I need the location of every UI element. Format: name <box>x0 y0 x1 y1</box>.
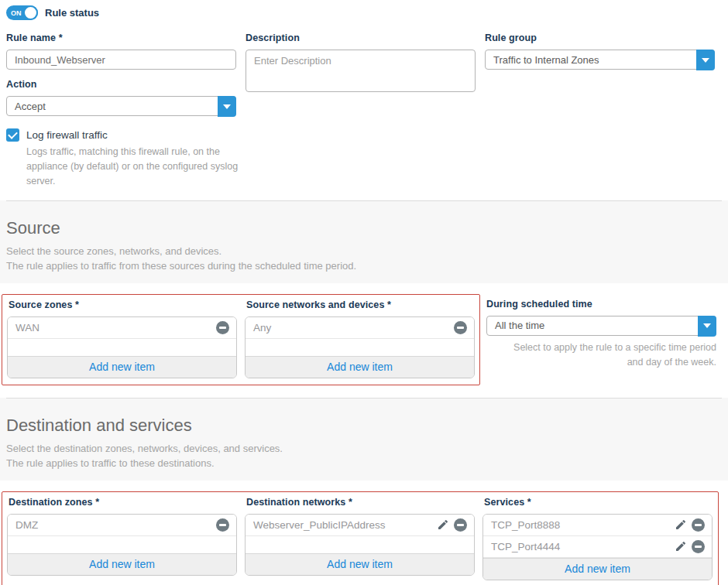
rule-group-group: Rule group Traffic to Internal Zones <box>485 28 715 116</box>
schedule-help-line-1: Select to apply the rule to a specific t… <box>486 340 716 355</box>
rule-group-label: Rule group <box>485 32 715 43</box>
schedule-label: During scheduled time <box>486 299 716 310</box>
list-empty-space <box>246 339 474 356</box>
edit-icon[interactable] <box>437 518 449 531</box>
caret-glyph <box>223 104 231 109</box>
source-section-subtitle-1: Select the source zones, networks, and d… <box>6 245 722 259</box>
section-divider <box>6 398 722 399</box>
description-input[interactable] <box>246 50 476 92</box>
source-section-title: Source <box>6 218 722 238</box>
list-item-label: Any <box>253 322 271 334</box>
list-item: Any <box>246 317 474 339</box>
log-traffic-row: Log firewall traffic <box>6 128 722 142</box>
source-zones-label: Source zones * <box>9 299 237 310</box>
list-item-label: WAN <box>15 322 39 334</box>
edit-icon[interactable] <box>675 518 687 531</box>
log-traffic-help: Logs traffic, matching this firewall rul… <box>26 145 245 188</box>
rule-name-input[interactable] <box>6 50 236 70</box>
list-empty-space <box>8 536 236 553</box>
chevron-down-icon[interactable] <box>218 96 236 117</box>
remove-icon[interactable] <box>216 518 229 532</box>
schedule-help-line-2: and day of the week. <box>486 355 716 370</box>
list-item-label: TCP_Port4444 <box>491 541 560 552</box>
list-item-label: Webserver_PublicIPAddress <box>253 519 386 531</box>
source-networks-list: Any Add new item <box>245 316 475 378</box>
list-empty-space <box>246 536 474 553</box>
destination-zones-list: DMZ Add new item <box>7 514 237 576</box>
rule-status-row: ON Rule status <box>6 5 722 20</box>
toggle-on-label: ON <box>11 9 22 17</box>
add-source-zone-button[interactable]: Add new item <box>8 356 236 378</box>
destination-networks-group: Destination networks * Webserver_PublicI… <box>245 494 475 580</box>
log-traffic-checkbox[interactable] <box>6 128 19 142</box>
source-section-subtitle-2: The rule applies to traffic from these s… <box>6 259 722 274</box>
caret-glyph <box>703 323 711 328</box>
schedule-group: During scheduled time All the time Selec… <box>486 294 716 371</box>
source-required-box: Source zones * WAN Add new item Source n… <box>2 294 480 385</box>
rule-name-group: Rule name * Action Accept <box>6 28 236 116</box>
services-group: Services * TCP_Port8888 TCP_Port4444 <box>482 494 713 580</box>
source-heading-band: Source Select the source zones, networks… <box>0 200 728 283</box>
remove-icon[interactable] <box>692 540 705 553</box>
list-empty-space <box>8 339 236 356</box>
destination-zones-label: Destination zones * <box>9 497 237 508</box>
list-item-label: TCP_Port8888 <box>491 519 560 531</box>
destination-networks-label: Destination networks * <box>246 497 475 508</box>
rule-status-toggle[interactable]: ON <box>6 5 38 20</box>
edit-icon[interactable] <box>675 540 687 552</box>
remove-icon[interactable] <box>454 321 467 334</box>
schedule-help: Select to apply the rule to a specific t… <box>486 340 716 371</box>
log-traffic-label: Log firewall traffic <box>26 129 108 141</box>
remove-icon[interactable] <box>216 321 229 334</box>
destination-fields-row: Destination zones * DMZ Add new item Des… <box>0 481 728 585</box>
list-item: TCP_Port4444 <box>483 536 712 558</box>
destination-required-box: Destination zones * DMZ Add new item Des… <box>2 491 719 585</box>
rule-form-section: ON Rule status Rule name * Action Accept… <box>0 0 728 188</box>
source-zones-list: WAN Add new item <box>7 316 237 378</box>
destination-heading-band: Destination and services Select the dest… <box>0 398 728 481</box>
description-label: Description <box>246 32 476 43</box>
description-group: Description <box>246 28 476 116</box>
add-destination-zone-button[interactable]: Add new item <box>8 553 236 575</box>
destination-section-title: Destination and services <box>6 416 722 436</box>
rule-group-select[interactable]: Traffic to Internal Zones <box>485 50 715 70</box>
schedule-select[interactable]: All the time <box>486 316 716 336</box>
toggle-knob-icon <box>23 5 38 20</box>
remove-icon[interactable] <box>454 518 467 532</box>
action-select[interactable]: Accept <box>6 96 236 116</box>
action-value: Accept <box>15 101 46 112</box>
source-networks-label: Source networks and devices * <box>246 299 475 310</box>
destination-section-subtitle-1: Select the destination zones, networks, … <box>6 442 722 457</box>
destination-networks-list: Webserver_PublicIPAddress Add new item <box>245 514 475 576</box>
list-item-label: DMZ <box>15 519 38 531</box>
chevron-down-icon[interactable] <box>698 316 716 337</box>
list-item: DMZ <box>8 515 236 536</box>
rule-name-label: Rule name * <box>6 32 236 43</box>
schedule-value: All the time <box>495 320 544 331</box>
caret-glyph <box>702 58 709 63</box>
chevron-down-icon[interactable] <box>696 50 715 70</box>
services-list: TCP_Port8888 TCP_Port4444 Add new <box>482 514 713 580</box>
rule-status-label: Rule status <box>45 7 99 19</box>
remove-icon[interactable] <box>692 518 705 532</box>
source-networks-group: Source networks and devices * Any Add ne… <box>245 296 475 378</box>
destination-section-subtitle-2: The rule applies to traffic to these des… <box>6 457 722 471</box>
add-service-button[interactable]: Add new item <box>483 558 712 580</box>
add-source-network-button[interactable]: Add new item <box>246 356 474 378</box>
action-label: Action <box>6 79 236 90</box>
list-item: TCP_Port8888 <box>483 515 712 536</box>
services-label: Services * <box>484 497 713 508</box>
list-item: Webserver_PublicIPAddress <box>246 515 474 536</box>
rule-group-value: Traffic to Internal Zones <box>493 54 599 66</box>
add-destination-network-button[interactable]: Add new item <box>246 553 474 575</box>
source-zones-group: Source zones * WAN Add new item <box>7 296 237 378</box>
destination-zones-group: Destination zones * DMZ Add new item <box>7 494 237 580</box>
section-divider <box>6 200 722 201</box>
list-item: WAN <box>8 317 236 339</box>
source-fields-row: Source zones * WAN Add new item Source n… <box>0 283 728 385</box>
